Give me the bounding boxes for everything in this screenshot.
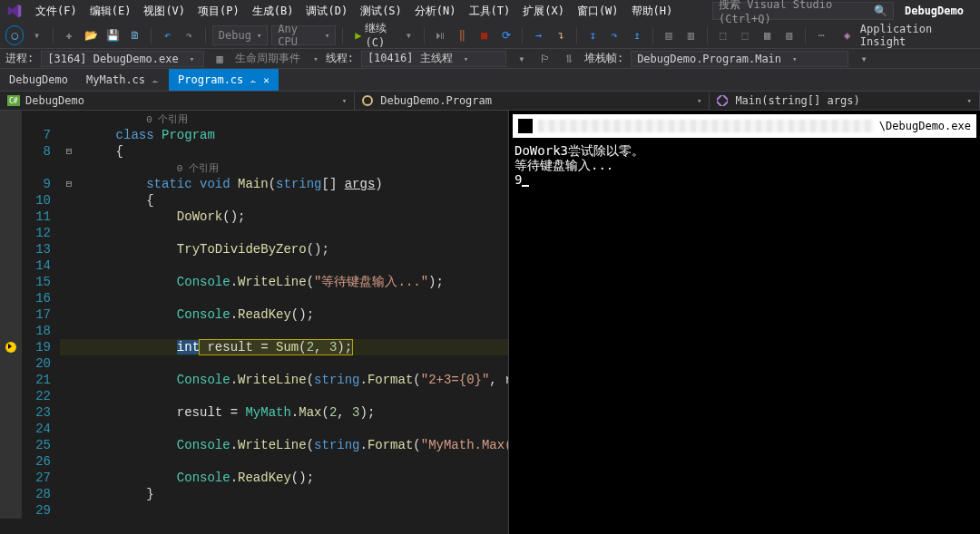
tab-program[interactable]: Program.cs⫠✕ [169, 69, 279, 91]
code-text[interactable]: Console.ReadKey(); [82, 306, 314, 323]
breakpoint-gutter[interactable] [0, 225, 22, 241]
breakpoint-gutter[interactable] [0, 176, 22, 192]
code-text[interactable]: 0 个引用 [82, 111, 188, 128]
stop-button[interactable]: ■ [475, 25, 494, 45]
tool-4-button[interactable]: ⬚ [736, 25, 754, 45]
breakpoint-gutter[interactable] [0, 192, 22, 209]
code-text[interactable]: class Program [82, 127, 215, 143]
breakpoint-gutter[interactable] [0, 388, 22, 404]
code-text[interactable] [82, 225, 116, 241]
code-text[interactable]: Console.WriteLine(string.Format("2+3={0}… [82, 372, 551, 388]
breakpoint-gutter[interactable] [0, 274, 22, 290]
nav-project-combo[interactable]: C# DebugDemo▾ [0, 92, 355, 110]
pin-icon[interactable]: ⫠ [151, 75, 160, 85]
breakpoint-gutter[interactable] [0, 127, 22, 143]
code-text[interactable] [82, 257, 116, 274]
app-insights-label[interactable]: Application Insight [860, 23, 975, 48]
breakpoint-gutter[interactable] [0, 486, 22, 502]
fold-toggle[interactable]: ⊟ [60, 176, 78, 192]
platform-combo[interactable]: Any CPU▾ [271, 25, 336, 45]
thread-icon[interactable]: ⥮ [561, 51, 577, 67]
code-text[interactable]: DoWork(); [82, 209, 245, 225]
save-all-button[interactable]: 🗎 [126, 25, 144, 45]
breakpoint-gutter[interactable] [0, 143, 22, 160]
code-text[interactable]: { [82, 143, 123, 160]
console-titlebar[interactable]: \DebugDemo.exe [513, 114, 976, 138]
menu-debug[interactable]: 调试(D) [299, 1, 354, 22]
thread-combo[interactable]: [10416] 主线程▾ [361, 51, 506, 67]
breakpoint-gutter[interactable] [0, 421, 22, 437]
step-over-button[interactable]: ↷ [605, 25, 623, 45]
tool-2-button[interactable]: ▥ [681, 25, 700, 45]
breakpoint-gutter[interactable] [0, 453, 22, 470]
new-project-button[interactable]: ✚ [60, 25, 78, 45]
lifecycle-icon[interactable]: ▦ [211, 51, 228, 67]
code-text[interactable]: Console.WriteLine(string.Format("MyMath.… [82, 437, 551, 453]
breakpoint-gutter[interactable] [0, 372, 22, 388]
code-text[interactable]: } [82, 486, 154, 502]
nav-back-button[interactable]: ◯ [5, 25, 24, 45]
code-text[interactable]: { [82, 192, 154, 209]
breakpoint-gutter[interactable] [0, 306, 22, 323]
breakpoint-gutter[interactable] [0, 355, 22, 372]
continue-button[interactable]: ▶继续(C)▾ [349, 21, 417, 49]
breakpoint-gutter[interactable] [0, 257, 22, 274]
restart-button[interactable]: ⟳ [497, 25, 515, 45]
show-next-button[interactable]: ↴ [552, 25, 570, 45]
undo-button[interactable]: ↶ [158, 25, 176, 45]
breakpoint-gutter[interactable] [0, 323, 22, 339]
code-text[interactable] [82, 290, 116, 306]
step-out-button[interactable]: ↥ [628, 25, 646, 45]
nav-member-combo[interactable]: Main(string[] args)▾ [710, 92, 980, 110]
code-text[interactable]: int result = Sum(2, 3); [82, 339, 352, 355]
stackframe-combo[interactable]: DebugDemo.Program.Main▾ [631, 51, 848, 67]
break-all-button[interactable]: ⏯ [431, 25, 449, 45]
code-text[interactable] [82, 388, 116, 404]
nav-class-combo[interactable]: DebugDemo.Program▾ [355, 92, 710, 110]
pin-icon[interactable]: ⫠ [249, 75, 258, 85]
menu-file[interactable]: 文件(F) [29, 1, 83, 22]
nav-fwd-button[interactable]: ▾ [27, 25, 45, 45]
code-text[interactable]: TryToDivideByZero(); [82, 241, 329, 257]
tool-1-button[interactable]: ▤ [660, 25, 678, 45]
breakpoint-gutter[interactable] [0, 502, 22, 519]
open-folder-button[interactable]: 📂 [82, 25, 100, 45]
code-text[interactable]: 0 个引用 [82, 160, 219, 177]
code-text[interactable]: static void Main(string[] args) [82, 176, 383, 192]
code-text[interactable] [82, 355, 116, 372]
flag-icon[interactable]: 🏳 [537, 51, 554, 67]
breakpoint-gutter[interactable] [0, 209, 22, 225]
menu-build[interactable]: 生成(B) [246, 1, 300, 22]
thread-filter-icon[interactable]: ▾ [514, 51, 530, 67]
tab-debugdemo[interactable]: DebugDemo [0, 69, 77, 91]
pause-button[interactable]: ‖ [453, 25, 471, 45]
code-text[interactable] [82, 502, 116, 519]
code-text[interactable]: Console.ReadKey(); [82, 470, 314, 486]
search-input[interactable]: 搜索 Visual Studio (Ctrl+Q) 🔍 [712, 2, 894, 20]
step-next-button[interactable]: → [529, 25, 547, 45]
menu-window[interactable]: 窗口(W) [571, 1, 625, 22]
process-combo[interactable]: [3164] DebugDemo.exe▾ [41, 51, 204, 67]
breakpoint-gutter[interactable] [0, 111, 22, 127]
code-text[interactable]: Console.WriteLine("等待键盘输入..."); [82, 274, 444, 290]
close-icon[interactable]: ✕ [263, 74, 270, 86]
tool-7-button[interactable]: ⋯ [812, 25, 830, 45]
breakpoint-gutter[interactable] [0, 404, 22, 421]
menu-edit[interactable]: 编辑(E) [83, 1, 138, 22]
save-button[interactable]: 💾 [103, 25, 122, 45]
menu-view[interactable]: 视图(V) [137, 1, 191, 22]
code-text[interactable] [82, 421, 116, 437]
tool-5-button[interactable]: ▦ [758, 25, 776, 45]
tab-mymath[interactable]: MyMath.cs⫠ [77, 69, 169, 91]
menu-ext[interactable]: 扩展(X) [516, 1, 571, 22]
step-into-button[interactable]: ↧ [583, 25, 602, 45]
code-text[interactable] [82, 453, 116, 470]
code-text[interactable] [82, 323, 116, 339]
redo-button[interactable]: ↷ [180, 25, 198, 45]
menu-test[interactable]: 测试(S) [354, 1, 408, 22]
fold-toggle[interactable]: ⊟ [60, 143, 78, 160]
menu-tools[interactable]: 工具(T) [463, 1, 517, 22]
menu-help[interactable]: 帮助(H) [625, 1, 680, 22]
menu-project[interactable]: 项目(P) [191, 1, 246, 22]
config-combo[interactable]: Debug▾ [212, 25, 269, 45]
